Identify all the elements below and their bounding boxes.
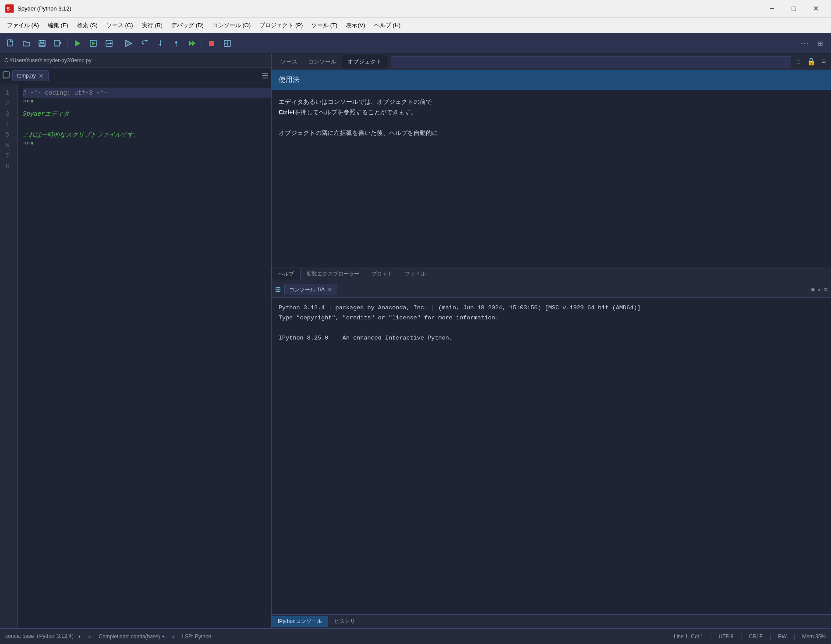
minimize-button[interactable]: − (762, 0, 782, 18)
menu-source[interactable]: ソース (C) (103, 20, 137, 31)
console-bottom-tab-history[interactable]: ヒストリ (328, 616, 361, 627)
menu-search[interactable]: 検索 (S) (74, 20, 101, 31)
tab-console[interactable]: コンソール (303, 55, 342, 68)
status-memory: Mem 35% (802, 633, 826, 640)
menu-view[interactable]: 表示(V) (343, 20, 368, 31)
toolbar-saveas[interactable] (51, 36, 65, 50)
editor-menu-icon[interactable]: ☰ (262, 71, 269, 81)
status-conda[interactable]: conda: base（Python 3.12.4） ▾ (5, 633, 81, 640)
panel-home-icon[interactable]: ⌂ (795, 57, 803, 67)
maximize-button[interactable]: □ (784, 0, 804, 18)
toolbar-extra[interactable]: ⊞ (813, 36, 827, 50)
bottom-tab-files[interactable]: ファイル (399, 269, 432, 280)
svg-text:S: S (7, 6, 10, 11)
toolbar-sep-1 (67, 38, 68, 49)
panel-lock-icon[interactable]: 🔒 (805, 57, 817, 67)
status-lsp[interactable]: LSP: Python (182, 633, 212, 640)
menu-run[interactable]: 実行 (R) (138, 20, 166, 31)
console-bottom-tabs: IPythonコンソール ヒストリ (272, 614, 831, 628)
status-position: Line 1, Col 1 (674, 633, 703, 640)
help-text-shortcut: Ctrl+I (279, 109, 294, 116)
console-bottom-tab-ipython[interactable]: IPythonコンソール (272, 616, 328, 627)
help-text-2: オブジェクトの隣に左括弧を書いた後、ヘルプを自動的に (279, 128, 824, 138)
svg-marker-23 (189, 41, 192, 46)
status-encoding[interactable]: UTF-8 (718, 633, 733, 640)
console-icon-2[interactable]: ▪ (818, 286, 820, 293)
toolbar-run-cell[interactable] (86, 36, 100, 50)
toolbar-step-over[interactable] (138, 36, 152, 50)
console-text-2: Type "copyright", "credits" or "license"… (279, 313, 824, 323)
toolbar-step-into[interactable] (153, 36, 167, 50)
console-icon-1[interactable]: ■ (811, 286, 814, 293)
console-content[interactable]: Python 3.12.4 | packaged by Anaconda, In… (272, 298, 831, 614)
status-sep-4: | (740, 633, 742, 640)
console-tab-1[interactable]: コンソール 1/A ✕ (284, 284, 337, 295)
console-icons: ■ ▪ ≡ (811, 286, 827, 293)
editor-tabs: temp.py ✕ ☰ (0, 67, 271, 84)
status-bar: conda: base（Python 3.12.4） ▾ ◈ Completio… (0, 628, 831, 644)
svg-marker-18 (146, 40, 148, 42)
panel-menu-icon[interactable]: ≡ (820, 57, 827, 67)
menu-project[interactable]: プロジェクト (P) (256, 20, 306, 31)
svg-rect-7 (56, 46, 60, 46)
toolbar-step-return[interactable] (169, 36, 183, 50)
toolbar: ⋯ ⊞ (0, 33, 831, 53)
help-search-input[interactable] (391, 56, 791, 67)
code-line-2: """ (23, 98, 271, 109)
console-tab-close[interactable]: ✕ (327, 286, 332, 293)
help-usage-text: エディタあるいはコンソールでは、オブジェクトの前でCtrl+Iを押してヘルプを参… (272, 90, 831, 145)
svg-marker-10 (92, 42, 95, 45)
status-lsp-text: LSP: Python (182, 633, 212, 640)
svg-rect-5 (40, 43, 44, 46)
tab-source[interactable]: ソース (275, 55, 303, 68)
bottom-tab-plots[interactable]: プロット (365, 269, 399, 280)
toolbar-run-line[interactable] (102, 36, 116, 50)
status-completions-text: Completions: conda(base) (99, 633, 160, 640)
toolbar-run[interactable] (71, 36, 85, 50)
status-eol[interactable]: CRLF (749, 633, 763, 640)
toolbar-save[interactable] (35, 36, 49, 50)
svg-marker-15 (126, 40, 132, 46)
toolbar-open[interactable] (19, 36, 33, 50)
toolbar-continue[interactable] (185, 36, 199, 50)
status-encoding-text: UTF-8 (718, 633, 733, 640)
menu-console[interactable]: コンソール (O) (209, 20, 254, 31)
window-controls[interactable]: − □ ✕ (762, 0, 826, 18)
menu-file[interactable]: ファイル (A) (4, 20, 42, 31)
editor-path-bar: C:¥Users¥user¥.spyder-py3¥temp.py (0, 53, 271, 67)
console-text-1: Python 3.12.4 | packaged by Anaconda, In… (279, 303, 824, 313)
svg-marker-22 (175, 41, 177, 43)
title-bar-left: S Spyder (Python 3.12) (5, 4, 71, 13)
toolbar-more[interactable]: ⋯ (798, 36, 812, 50)
toolbar-stop[interactable] (205, 36, 219, 50)
bottom-tab-help[interactable]: ヘルプ (272, 269, 301, 280)
console-tabs-bar: ⊞ コンソール 1/A ✕ ■ ▪ ≡ (272, 281, 831, 298)
console-icon-3[interactable]: ≡ (824, 286, 827, 293)
menu-bar: ファイル (A) 編集 (E) 検索 (S) ソース (C) 実行 (R) デバ… (0, 18, 831, 33)
code-line-4 (23, 119, 271, 130)
status-completions[interactable]: Completions: conda(base) ▾ (99, 633, 164, 640)
code-area[interactable]: 1 2 3 4 5 6 7 8 # -*- coding: utf-8 -*- … (0, 84, 271, 628)
toolbar-layout[interactable] (220, 36, 234, 50)
help-content: 使用法 エディタあるいはコンソールでは、オブジェクトの前でCtrl+Iを押してヘ… (272, 70, 831, 267)
toolbar-debug[interactable] (122, 36, 136, 50)
menu-debug[interactable]: デバッグ (D) (168, 20, 207, 31)
bottom-tab-var-explorer[interactable]: 変数エクスプローラー (301, 269, 365, 280)
menu-edit[interactable]: 編集 (E) (44, 20, 72, 31)
close-button[interactable]: ✕ (806, 0, 826, 18)
editor-tab-tempy[interactable]: temp.py ✕ (12, 70, 49, 81)
code-line-1: # -*- coding: utf-8 -*- (23, 88, 271, 98)
code-line-3: Spyderエディタ (23, 109, 271, 119)
status-completions-arrow: ▾ (162, 634, 164, 639)
menu-tools[interactable]: ツール (T) (308, 20, 341, 31)
right-panel: ソース コンソール オブジェクト ⌂ 🔒 ≡ 使用法 エディタあるいはコンソール… (272, 53, 831, 628)
tab-close-button[interactable]: ✕ (39, 72, 44, 79)
code-content[interactable]: # -*- coding: utf-8 -*- """ Spyderエディタ こ… (18, 84, 271, 628)
menu-help[interactable]: ヘルプ (H) (371, 20, 404, 31)
line-numbers: 1 2 3 4 5 6 7 8 (0, 84, 18, 628)
console-text-3: IPython 8.25.0 -- An enhanced Interactiv… (279, 333, 824, 343)
tab-object[interactable]: オブジェクト (342, 55, 387, 68)
toolbar-new[interactable] (4, 36, 18, 50)
status-sep-5: | (770, 633, 771, 640)
status-sep-6: | (794, 633, 795, 640)
